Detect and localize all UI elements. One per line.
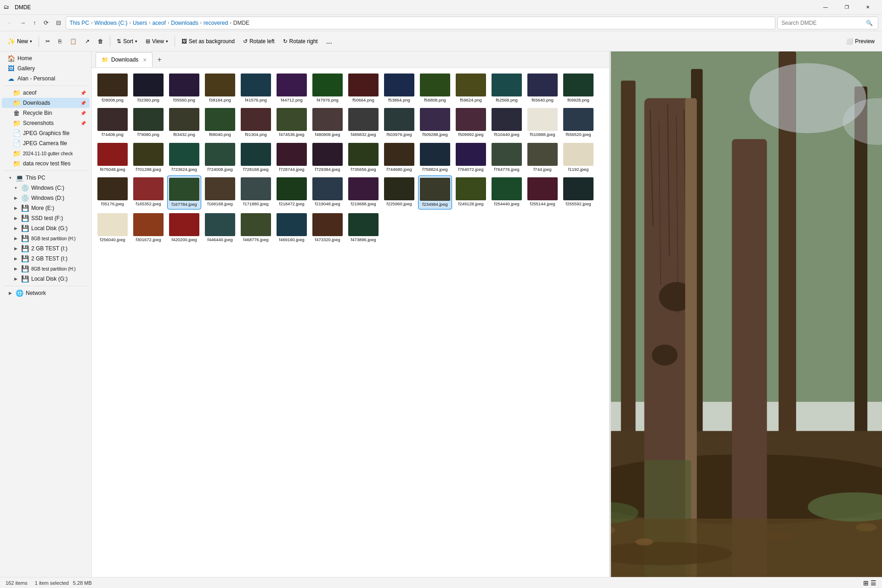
network-toggle[interactable]: ▶ xyxy=(7,291,13,295)
search-box[interactable]: 🔍 xyxy=(777,17,878,29)
up-button[interactable]: ↑ xyxy=(30,17,39,28)
grid-item[interactable]: f468776.jpeg xyxy=(239,211,273,244)
more-e-toggle[interactable]: ▶ xyxy=(13,206,18,210)
8gb-h2-toggle[interactable]: ▶ xyxy=(13,266,18,271)
preview-button[interactable]: ⬜ Preview xyxy=(842,36,878,46)
grid-item[interactable]: f53864.png xyxy=(382,72,416,104)
grid-item[interactable]: f735656.jpeg xyxy=(346,141,380,174)
close-button[interactable]: ✕ xyxy=(857,0,878,15)
grid-item[interactable]: f79080.png xyxy=(131,106,165,139)
restore-button[interactable]: ❐ xyxy=(836,0,857,15)
add-tab-button[interactable]: + xyxy=(153,54,165,66)
sidebar-item-this-pc[interactable]: ▾ 💻 This PC xyxy=(2,173,90,183)
grid-item[interactable]: f503976.jpeg xyxy=(382,106,416,139)
grid-item[interactable]: f41576.png xyxy=(239,72,273,104)
copy-button[interactable]: ⎘ xyxy=(55,33,65,50)
list-view-button[interactable]: ☰ xyxy=(871,579,876,587)
grid-item[interactable]: f69928.png xyxy=(561,72,595,104)
8gb-h1-toggle[interactable]: ▶ xyxy=(13,236,18,241)
2gb-i2-toggle[interactable]: ▶ xyxy=(13,256,18,261)
bc-users[interactable]: Users xyxy=(133,20,147,26)
grid-view-button[interactable]: ⊞ xyxy=(863,579,869,587)
sidebar-item-data-recov[interactable]: 📁 data recov test files xyxy=(2,158,90,169)
back-button[interactable]: ← xyxy=(4,17,15,28)
grid-item[interactable]: f474536.jpeg xyxy=(275,106,309,139)
grid-item[interactable]: f56808.png xyxy=(418,72,452,104)
sidebar-item-windows-c[interactable]: ▾ 💿 Windows (C:) xyxy=(2,183,90,193)
sort-button[interactable]: ⇅ Sort ▾ xyxy=(113,33,141,50)
grid-item[interactable]: f249128.jpeg xyxy=(454,175,488,209)
sidebar-item-alan-personal[interactable]: ☁ Alan - Personal xyxy=(2,74,90,84)
view-switcher-button[interactable]: ⊟ xyxy=(53,17,64,28)
grid-item[interactable]: f723624.jpeg xyxy=(167,141,201,174)
grid-item[interactable]: f165352.jpeg xyxy=(131,175,165,209)
local-g2-toggle[interactable]: ▶ xyxy=(13,277,18,281)
grid-item[interactable]: f219688.jpeg xyxy=(346,175,380,209)
minimize-button[interactable]: — xyxy=(815,0,836,15)
grid-item[interactable]: f729384.jpeg xyxy=(311,141,345,174)
windows-d-toggle[interactable]: ▶ xyxy=(13,196,18,200)
refresh-button[interactable]: ⟳ xyxy=(41,17,51,28)
grid-item[interactable]: f744680.jpeg xyxy=(382,141,416,174)
sidebar-item-2gb-i1[interactable]: ▶ 💾 2 GB TEST (I:) xyxy=(2,243,90,254)
sidebar-item-gallery[interactable]: 🖼 Gallery xyxy=(2,63,90,74)
bc-recovered[interactable]: recovered xyxy=(204,20,228,26)
grid-item[interactable]: f480808.jpeg xyxy=(311,106,345,139)
more-button[interactable]: ... xyxy=(322,35,336,47)
new-button[interactable]: ✨ New ▾ xyxy=(4,33,36,50)
grid-item[interactable]: f675048.jpeg xyxy=(96,141,130,174)
grid-item[interactable]: f764072.jpeg xyxy=(454,141,488,174)
sidebar-item-home[interactable]: 🏠 Home xyxy=(2,53,90,63)
sidebar-item-local-g[interactable]: ▶ 💾 Local Disk (G:) xyxy=(2,223,90,233)
grid-item[interactable]: f50664.png xyxy=(346,72,380,104)
grid-item[interactable]: f255144.jpeg xyxy=(526,175,560,209)
tab-downloads[interactable]: 📁 Downloads ✕ xyxy=(96,52,153,67)
search-input[interactable] xyxy=(781,20,864,26)
grid-item[interactable]: f44712.png xyxy=(275,72,309,104)
sidebar-item-8gb-h2[interactable]: ▶ 💾 8GB test partition (H:) xyxy=(2,264,90,274)
grid-item[interactable]: f510888.jpeg xyxy=(526,106,560,139)
sidebar-item-2gb-i2[interactable]: ▶ 💾 2 GB TEST (I:) xyxy=(2,254,90,264)
sidebar-item-network[interactable]: ▶ 🌐 Network xyxy=(2,288,90,298)
grid-item[interactable]: f168168.jpeg xyxy=(203,175,237,209)
grid-item[interactable]: f59624.png xyxy=(454,72,488,104)
grid-item[interactable]: f469160.jpeg xyxy=(275,211,309,244)
grid-item[interactable]: f489832.jpeg xyxy=(346,106,380,139)
grid-item[interactable]: f744.jpeg xyxy=(526,141,560,174)
grid-item[interactable]: f219048.jpeg xyxy=(311,175,345,209)
grid-item[interactable]: f728168.jpeg xyxy=(239,141,273,174)
grid-item[interactable]: f35560.png xyxy=(167,72,201,104)
rotate-right-button[interactable]: ↻ Rotate right xyxy=(279,33,322,50)
sidebar-item-windows-d[interactable]: ▶ 💿 Windows (D:) xyxy=(2,193,90,203)
bc-windows-c[interactable]: Windows (C:) xyxy=(95,20,128,26)
this-pc-toggle[interactable]: ▾ xyxy=(7,175,13,180)
grid-item[interactable]: f556520.jpeg xyxy=(561,106,595,139)
grid-item[interactable]: f509992.jpeg xyxy=(454,106,488,139)
ssd-f-toggle[interactable]: ▶ xyxy=(13,216,18,220)
grid-item[interactable]: f473320.jpeg xyxy=(311,211,345,244)
grid-item[interactable]: f724008.jpeg xyxy=(203,141,237,174)
grid-item[interactable]: f256040.jpeg xyxy=(96,211,130,244)
2gb-i1-toggle[interactable]: ▶ xyxy=(13,246,18,251)
grid-item[interactable]: f301672.jpeg xyxy=(131,211,165,244)
bc-aceof[interactable]: aceof xyxy=(153,20,166,26)
grid-item[interactable]: f728744.jpeg xyxy=(275,141,309,174)
sidebar-item-downloads[interactable]: 📁 Downloads 📌 xyxy=(2,98,90,108)
sidebar-item-gutter-check[interactable]: 📁 2024-11-10 gutter check xyxy=(2,148,90,158)
sidebar-item-local-g2[interactable]: ▶ 💾 Local Disk (G:) xyxy=(2,274,90,284)
grid-item[interactable]: f1192.jpeg xyxy=(561,141,595,174)
grid-item[interactable]: f509288.jpeg xyxy=(418,106,452,139)
grid-item[interactable]: f47976.png xyxy=(311,72,345,104)
windows-c-toggle[interactable]: ▾ xyxy=(13,186,18,190)
sidebar-item-more-e[interactable]: ▶ 💾 More (E:) xyxy=(2,203,90,213)
sidebar-item-screenshots[interactable]: 📁 Screenshots 📌 xyxy=(2,118,90,128)
grid-item[interactable]: f234984.jpeg xyxy=(418,175,452,209)
sidebar-item-jpeg-graphics[interactable]: 📄 JPEG Graphics file xyxy=(2,128,90,138)
grid-item[interactable]: f35176.jpeg xyxy=(96,175,130,209)
grid-item[interactable]: f167784.jpeg xyxy=(167,175,201,209)
rotate-left-button[interactable]: ↺ Rotate left xyxy=(239,33,278,50)
share-button[interactable]: ↗ xyxy=(81,33,93,50)
sidebar-item-8gb-h1[interactable]: ▶ 💾 8GB test partition (H:) xyxy=(2,233,90,243)
grid-item[interactable]: f32360.png xyxy=(131,72,165,104)
grid-item[interactable]: f28008.png xyxy=(96,72,130,104)
